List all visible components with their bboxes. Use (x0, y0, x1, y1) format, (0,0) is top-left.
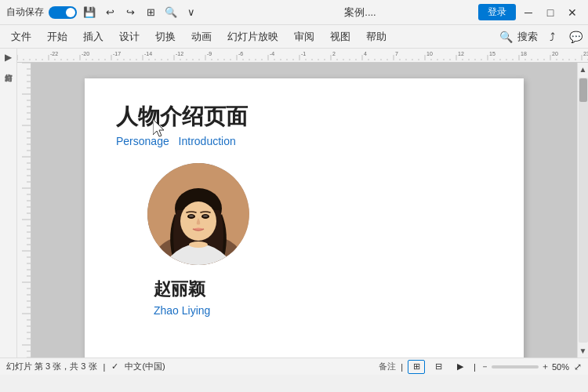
svg-text:-22: -22 (50, 51, 58, 56)
title-bar: 自动保存 💾 ↩ ↪ ⊞ 🔍 ∨ 案例.... 登录 ─ □ ✕ (0, 0, 588, 25)
autosave-label: 自动保存 (6, 5, 44, 19)
person-name-zh: 赵丽颖 (116, 278, 492, 301)
svg-text:2: 2 (332, 51, 336, 56)
status-separator-2: | (401, 362, 403, 372)
title-bar-title: 案例.... (242, 5, 478, 20)
fit-page-button[interactable]: ⤢ (574, 361, 582, 372)
ruler-left-svg (17, 63, 31, 358)
search-small-icon[interactable]: 🔍 (163, 5, 179, 20)
status-bar-right: 备注 | ⊞ ⊟ ▶ | － ＋ 50% ⤢ (379, 360, 582, 374)
ruler-left (17, 63, 31, 358)
scroll-track[interactable] (579, 78, 588, 343)
save-icon[interactable]: 💾 (82, 5, 97, 20)
svg-text:-6: -6 (238, 51, 243, 56)
slide-title-zh: 人物介绍页面 (116, 102, 492, 132)
portrait-circle (147, 163, 249, 265)
slide[interactable]: 人物介绍页面 Personage Introduction (85, 78, 524, 358)
autosave-toggle[interactable] (49, 6, 77, 19)
menu-design[interactable]: 设计 (111, 27, 147, 47)
title-bar-right: 登录 ─ □ ✕ (478, 4, 582, 20)
zoom-out-button[interactable]: － (481, 361, 489, 372)
left-sidebar: ▶ 幻灯片窗格 (0, 49, 17, 358)
canvas-area[interactable]: 人物介绍页面 Personage Introduction (31, 63, 577, 358)
zoom-control: － ＋ 50% (481, 361, 569, 372)
menu-insert[interactable]: 插入 (75, 27, 111, 47)
scroll-down-arrow[interactable]: ▼ (577, 344, 588, 358)
svg-text:12: 12 (458, 51, 464, 56)
notes-label[interactable]: 备注 (379, 361, 396, 372)
svg-text:23: 23 (583, 51, 588, 56)
svg-point-174 (189, 241, 208, 248)
svg-text:4: 4 (364, 51, 367, 56)
svg-text:18: 18 (521, 51, 527, 56)
login-button[interactable]: 登录 (478, 4, 516, 20)
slide-sorter-button[interactable]: ⊟ (430, 360, 447, 374)
right-scrollbar: ▲ ▼ (577, 63, 588, 358)
menu-home[interactable]: 开始 (39, 27, 75, 47)
svg-text:-17: -17 (113, 51, 121, 56)
portrait-svg (147, 163, 249, 265)
maximize-button[interactable]: □ (541, 5, 560, 20)
svg-text:20: 20 (552, 51, 558, 56)
status-separator-1: | (103, 362, 106, 372)
menu-file[interactable]: 文件 (3, 27, 39, 47)
layout-icon[interactable]: ⊞ (143, 5, 158, 20)
subtitle-personage: Personage (116, 135, 169, 147)
search-label: 搜索 (517, 30, 538, 44)
slide-area: // will be rendered via JS below -22-20-… (17, 49, 588, 358)
menu-bar-right: 🔍 搜索 ⤴ 💬 (499, 27, 585, 46)
menu-review[interactable]: 审阅 (286, 27, 322, 47)
svg-text:15: 15 (489, 51, 495, 56)
zoom-level-label: 50% (552, 362, 569, 372)
slide-container: 人物介绍页面 Personage Introduction (17, 63, 588, 358)
menu-slideshow[interactable]: 幻灯片放映 (220, 27, 286, 47)
svg-text:-20: -20 (82, 51, 89, 56)
comment-icon[interactable]: 💬 (566, 27, 585, 46)
svg-text:-1: -1 (301, 51, 306, 56)
svg-point-172 (189, 215, 194, 217)
minimize-button[interactable]: ─ (519, 5, 538, 20)
share-icon[interactable]: ⤴ (543, 27, 561, 46)
slide-content: 人物介绍页面 Personage Introduction (85, 78, 524, 340)
menu-animate[interactable]: 动画 (183, 27, 220, 47)
redo-icon[interactable]: ↪ (122, 5, 138, 20)
language-label: 中文(中国) (125, 361, 165, 372)
zoom-slider[interactable] (492, 365, 539, 368)
ruler-top: // will be rendered via JS below -22-20-… (17, 49, 588, 63)
close-button[interactable]: ✕ (563, 5, 582, 20)
scroll-up-arrow[interactable]: ▲ (577, 63, 588, 76)
search-icon[interactable]: 🔍 (499, 31, 513, 43)
menu-bar: 文件 开始 插入 设计 切换 动画 幻灯片放映 审阅 视图 帮助 🔍 搜索 ⤴ … (0, 25, 588, 49)
svg-text:-14: -14 (144, 51, 152, 56)
reading-view-button[interactable]: ▶ (452, 360, 469, 374)
svg-text:7: 7 (395, 51, 398, 56)
svg-point-173 (203, 215, 208, 217)
document-title: 案例.... (344, 6, 376, 18)
title-bar-left: 自动保存 💾 ↩ ↪ ⊞ 🔍 ∨ (6, 5, 242, 20)
svg-text:-4: -4 (270, 51, 274, 56)
slide-subtitle-en: Personage Introduction (116, 135, 492, 147)
subtitle-introduction: Introduction (179, 135, 236, 147)
svg-text:-9: -9 (207, 51, 212, 56)
dropdown-icon[interactable]: ∨ (183, 5, 199, 20)
svg-text:10: 10 (426, 51, 433, 56)
slide-info: 幻灯片 第 3 张，共 3 张 (6, 361, 97, 372)
ruler-top-svg: // will be rendered via JS below -22-20-… (17, 49, 588, 60)
person-name-en: Zhao Liying (116, 304, 492, 317)
accessibility-icon: ✓ (111, 361, 118, 372)
zoom-in-button[interactable]: ＋ (541, 361, 550, 372)
svg-text:-12: -12 (176, 51, 183, 56)
menu-view[interactable]: 视图 (322, 27, 358, 47)
main-area: ▶ 幻灯片窗格 // will be rendered via JS below… (0, 49, 588, 358)
undo-icon[interactable]: ↩ (102, 5, 118, 20)
status-bar: 幻灯片 第 3 张，共 3 张 | ✓ 中文(中国) 备注 | ⊞ ⊟ ▶ | … (0, 358, 588, 375)
status-separator-3: | (474, 362, 476, 372)
normal-view-button[interactable]: ⊞ (408, 360, 425, 374)
sidebar-expand-arrow[interactable]: ▶ (5, 52, 12, 63)
scroll-thumb[interactable] (579, 78, 587, 102)
menu-switch[interactable]: 切换 (147, 27, 183, 47)
menu-help[interactable]: 帮助 (358, 27, 394, 47)
